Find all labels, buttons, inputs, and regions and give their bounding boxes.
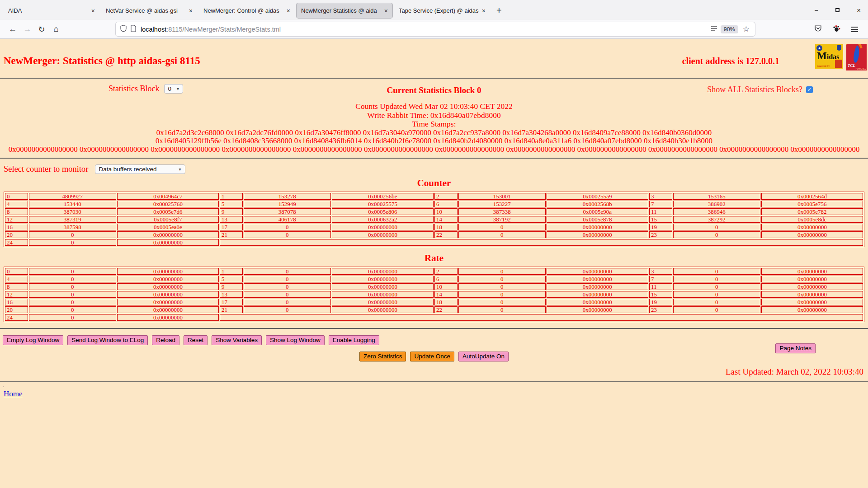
close-icon[interactable]: × [857,6,861,14]
tab-aida[interactable]: AIDA × [4,3,99,18]
table-cell: 24 [5,239,28,246]
table-cell: 0 [458,231,546,238]
reload-icon[interactable]: ↻ [34,23,49,36]
page-info-icon[interactable] [130,25,137,33]
url-bar[interactable]: localhost:8115/NewMerger/Stats/MergeStat… [116,22,755,36]
table-cell: 16 [5,299,28,305]
table-cell: 11 [649,208,672,215]
table-cell: 0 [673,231,760,238]
tab-close-icon[interactable]: × [382,7,390,14]
bookmark-star-icon[interactable]: ☆ [743,24,750,34]
table-cell: 0x0005e782 [761,208,863,215]
table-cell: 387338 [458,208,546,215]
table-cell: 387598 [29,224,116,230]
table-cell [220,239,863,246]
autoupdate-toggle-button[interactable]: AutoUpdate On [458,352,509,361]
midas-logo-subtext: powered by [817,65,830,67]
table-row: 123873190x0005e8f7134061780x000632a21438… [5,216,863,223]
tcl-powered-logo: TCL POWERED [846,44,867,70]
back-icon[interactable]: ← [5,23,20,36]
navigation-toolbar: ← → ↻ ⌂ localhost:8115/NewMerger/Stats/M… [0,20,868,39]
time-stamps-line: 0x16d8405129ffb56e 0x16d8408c35668000 0x… [0,137,868,145]
table-cell: 0x0005e878 [547,216,648,223]
table-cell: 387192 [458,216,546,223]
tab-netvar-service[interactable]: NetVar Service @ aidas-gsi × [101,3,197,18]
table-cell: 0x00000000 [117,299,219,305]
zoom-level-chip[interactable]: 90% [721,25,738,33]
table-cell: 0 [244,283,331,290]
table-cell: 5 [220,276,243,282]
show-all-blocks-checkbox[interactable]: ✓ [806,86,813,93]
chevron-down-icon: ▾ [179,167,181,172]
table-cell: 0 [29,299,116,305]
show-variables-button[interactable]: Show Variables [212,335,262,345]
toolbar-right [814,24,863,34]
table-cell: 24 [5,314,28,321]
divider [0,381,868,382]
rate-table: 000x00000000100x00000000200x00000000300x… [4,267,864,322]
tab-close-icon[interactable]: × [480,7,487,14]
counts-updated-text: Counts Updated Wed Mar 02 10:03:40 CET 2… [0,102,868,111]
table-cell: 10 [434,208,458,215]
page-title: NewMerger: Statistics @ http aidas-gsi 8… [4,55,200,67]
url-text: localhost:8115/NewMerger/Stats/MergeStat… [141,26,711,33]
table-cell: 0 [5,268,28,275]
zero-statistics-button[interactable]: Zero Statistics [359,352,406,361]
browser-chrome: AIDA × NetVar Service @ aidas-gsi × NewM… [0,0,868,39]
restore-icon[interactable] [835,8,840,12]
reload-button[interactable]: Reload [152,335,179,345]
table-cell: 0x00000000 [547,291,648,298]
tracking-shield-icon[interactable] [120,25,127,33]
table-cell: 19 [649,224,672,230]
home-link[interactable]: Home [4,389,23,398]
table-cell: 12 [5,291,28,298]
pocket-icon[interactable] [814,24,822,34]
table-cell: 387030 [29,208,116,215]
table-cell: 0x00000000 [761,231,863,238]
enable-logging-button[interactable]: Enable Logging [329,335,379,345]
update-once-button[interactable]: Update Once [410,352,454,361]
table-cell: 15 [649,291,672,298]
minimize-icon[interactable]: − [814,6,818,14]
tab-tape-service[interactable]: Tape Service (Expert) @ aidas × [394,3,490,18]
table-cell: 0 [673,306,760,313]
table-row: 41534400x0002576051529490x00025575615322… [5,201,863,207]
tab-label: AIDA [8,7,90,14]
tab-label: NewMerger: Control @ aidas [203,7,285,14]
tab-newmerger-statistics[interactable]: NewMerger Statistics @ aida × [297,3,392,18]
reader-mode-icon[interactable] [711,25,717,33]
new-tab-button[interactable]: + [491,5,507,16]
reset-button[interactable]: Reset [184,335,208,345]
table-cell: 0x00000000 [547,283,648,290]
show-log-window-button[interactable]: Show Log Window [266,335,325,345]
tab-newmerger-control[interactable]: NewMerger: Control @ aidas × [199,3,295,18]
menu-icon[interactable] [851,25,858,33]
tab-close-icon[interactable]: × [285,7,292,14]
tab-close-icon[interactable]: × [187,7,194,14]
home-icon[interactable]: ⌂ [49,23,63,36]
table-cell: 386946 [673,208,760,215]
table-row: 048099270x004964c711532780x000256be21530… [5,193,863,200]
divider [0,158,868,159]
table-cell: 23 [649,231,672,238]
table-cell: 0x0005e90a [547,208,648,215]
empty-log-window-button[interactable]: Empty Log Window [3,335,63,345]
table-cell: 0x00000000 [332,224,434,230]
table-cell: 0x0005e756 [761,201,863,207]
send-log-to-elog-button[interactable]: Send Log Window to ELog [67,335,148,345]
table-cell: 0x00000000 [332,291,434,298]
table-cell: 0x00000000 [117,231,219,238]
counter-monitor-select[interactable]: Data buffers received ▾ [95,164,185,174]
midas-red-badge [835,60,842,68]
page-notes-button[interactable]: Page Notes [775,343,816,353]
table-cell: 0x00000000 [332,276,434,282]
forward-icon[interactable]: → [20,23,34,36]
table-cell: 19 [649,299,672,305]
table-cell: 0x00000000 [332,299,434,305]
table-cell: 6 [434,201,458,207]
table-cell: 13 [220,291,243,298]
tab-close-icon[interactable]: × [90,7,97,14]
table-cell: 0x00000000 [547,306,648,313]
table-cell: 0x00000000 [761,291,863,298]
extension-paw-icon[interactable] [833,24,840,34]
